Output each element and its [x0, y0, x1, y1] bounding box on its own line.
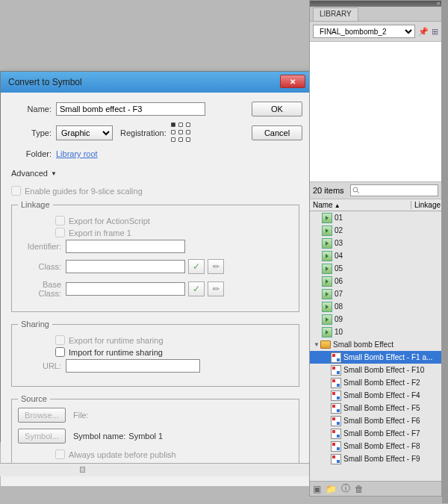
sharing-fieldset: Sharing Export for runtime sharing Impor…	[11, 320, 299, 387]
library-search[interactable]	[350, 184, 438, 196]
graphic-icon	[331, 416, 341, 426]
movieclip-icon	[322, 225, 332, 236]
sort-asc-icon: ▲	[335, 202, 340, 209]
name-label: Name:	[8, 105, 52, 113]
graphic-icon	[331, 352, 341, 363]
movieclip-icon	[322, 276, 332, 287]
library-preview	[310, 42, 441, 182]
movieclip-icon	[322, 238, 332, 249]
column-name[interactable]: Name▲	[310, 201, 411, 209]
nine-slice-label: Enable guides for 9-slice scaling	[25, 187, 143, 196]
registration-label: Registration:	[120, 128, 167, 137]
movieclip-icon	[322, 289, 332, 299]
graphic-icon	[331, 403, 341, 414]
movieclip-icon	[322, 314, 332, 325]
list-item[interactable]: 05	[310, 262, 441, 275]
folder-icon	[320, 340, 331, 349]
list-item[interactable]: Small Bomb Effect - F8	[310, 440, 441, 452]
new-folder-icon[interactable]: 📁	[326, 484, 337, 494]
list-item[interactable]: Small Bomb Effect - F2	[310, 376, 441, 389]
edit-base-button: ✎	[208, 281, 224, 296]
properties-icon[interactable]: ⓘ	[341, 482, 350, 495]
library-toolbar: ▣ 📁 ⓘ 🗑	[310, 481, 441, 496]
always-update-checkbox	[55, 449, 65, 459]
panel-menu-icon: ≡	[437, 1, 440, 6]
graphic-icon	[331, 454, 341, 464]
list-item[interactable]: Small Bomb Effect - F7	[310, 427, 441, 440]
convert-to-symbol-dialog: Convert to Symbol ✕ Name: OK Type: Graph…	[0, 71, 311, 442]
right-dock-strip[interactable]	[442, 0, 448, 503]
movieclip-icon	[322, 302, 332, 312]
type-select[interactable]: Graphic	[56, 125, 113, 140]
list-item[interactable]: 03	[310, 237, 441, 249]
horizontal-scrollbar[interactable]	[0, 463, 311, 476]
list-item[interactable]: Small Bomb Effect - F10	[310, 364, 441, 376]
list-item[interactable]: 01	[310, 211, 441, 224]
base-class-input	[66, 282, 185, 296]
svg-line-1	[357, 191, 359, 193]
validate-base-button: ✓	[188, 281, 205, 296]
list-item[interactable]: Small Bomb Effect - F6	[310, 414, 441, 427]
identifier-input	[66, 240, 185, 253]
list-item[interactable]: 09	[310, 313, 441, 326]
movieclip-icon	[322, 327, 332, 337]
library-tab[interactable]: LIBRARY	[313, 7, 358, 21]
export-runtime-checkbox	[55, 335, 65, 345]
dialog-titlebar[interactable]: Convert to Symbol ✕	[1, 72, 310, 93]
list-item[interactable]: Small Bomb Effect - F5	[310, 402, 441, 414]
list-item[interactable]: Small Bomb Effect - F9	[310, 452, 441, 465]
export-actionscript-checkbox	[55, 216, 65, 225]
collapse-icon[interactable]: ▼	[313, 341, 320, 348]
advanced-toggle[interactable]: Advanced▼	[11, 169, 57, 178]
cancel-button[interactable]: Cancel	[252, 125, 302, 140]
new-symbol-icon[interactable]: ▣	[313, 484, 321, 494]
type-label: Type:	[8, 128, 52, 137]
delete-icon[interactable]: 🗑	[355, 484, 364, 494]
source-legend: Source	[18, 394, 50, 403]
graphic-icon	[331, 429, 341, 439]
column-linkage[interactable]: Linkage	[411, 201, 441, 209]
search-icon	[352, 187, 359, 194]
graphic-icon	[331, 365, 341, 376]
folder-label: Folder:	[8, 149, 52, 158]
movieclip-icon	[322, 264, 332, 274]
list-item[interactable]: 04	[310, 249, 441, 262]
linkage-legend: Linkage	[18, 200, 53, 209]
list-item[interactable]: 10	[310, 326, 441, 338]
list-item[interactable]: 06	[310, 275, 441, 287]
class-input	[66, 260, 185, 273]
linkage-fieldset: Linkage Export for ActionScript Export i…	[11, 200, 299, 312]
import-runtime-checkbox[interactable]	[55, 347, 65, 357]
list-item[interactable]: 07	[310, 287, 441, 300]
list-item[interactable]: Small Bomb Effect - F1 a...	[310, 351, 441, 364]
panel-top-strip[interactable]: ≡	[310, 1, 441, 7]
chevron-down-icon: ▼	[51, 170, 57, 177]
pin-icon[interactable]: 📌	[418, 27, 429, 37]
library-panel: ≡ LIBRARY FINAL_bombomb_2 📌 ⊞ 20 items N…	[309, 0, 442, 497]
ok-button[interactable]: OK	[252, 102, 302, 116]
list-item[interactable]: 02	[310, 224, 441, 237]
sharing-legend: Sharing	[18, 320, 52, 329]
graphic-icon	[331, 391, 341, 401]
library-document-select[interactable]: FINAL_bombomb_2	[313, 25, 415, 38]
edit-class-button: ✎	[208, 259, 224, 274]
library-list: 01020304050607080910▼Small bomb EffectSm…	[310, 211, 441, 481]
list-item[interactable]: Small Bomb Effect - F4	[310, 389, 441, 402]
dialog-title: Convert to Symbol	[8, 77, 82, 87]
symbol-button: Symbol...	[18, 429, 66, 444]
source-fieldset: Source Browse... File: Symbol... Symbol …	[11, 394, 299, 470]
folder-link[interactable]: Library root	[56, 149, 98, 158]
new-library-icon[interactable]: ⊞	[432, 27, 438, 37]
url-input	[66, 359, 200, 373]
graphic-icon	[331, 378, 341, 388]
export-frame1-checkbox	[55, 228, 65, 237]
list-item-folder[interactable]: ▼Small bomb Effect	[310, 338, 441, 351]
close-button[interactable]: ✕	[280, 75, 305, 88]
list-item[interactable]: 08	[310, 300, 441, 313]
movieclip-icon	[322, 251, 332, 261]
name-input[interactable]	[56, 102, 205, 116]
registration-grid[interactable]	[171, 122, 192, 143]
browse-button: Browse...	[18, 408, 66, 423]
graphic-icon	[331, 441, 341, 452]
item-count: 20 items	[313, 186, 344, 195]
